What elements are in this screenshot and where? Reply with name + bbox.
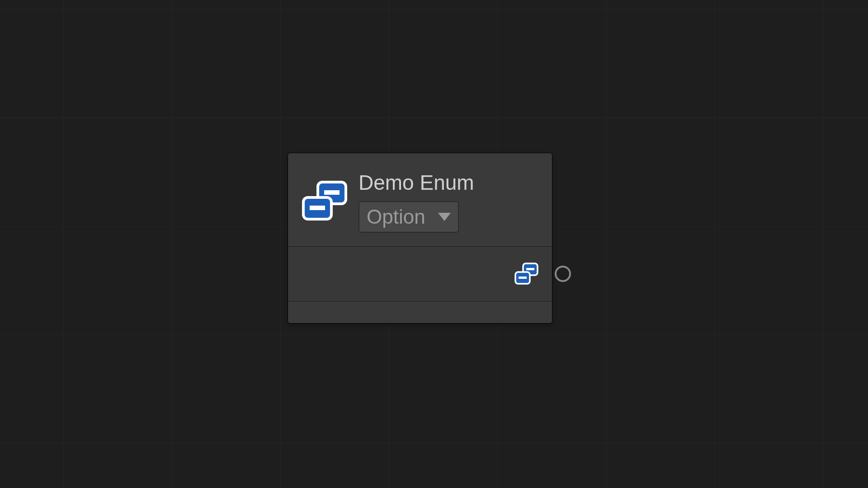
node-title: Demo Enum <box>359 170 474 195</box>
svg-rect-5 <box>526 268 534 270</box>
enum-dropdown[interactable]: Option <box>359 201 459 233</box>
node-footer <box>288 301 552 323</box>
output-port[interactable] <box>555 266 571 282</box>
dropdown-selected-label: Option <box>367 206 425 228</box>
enum-node[interactable]: Demo Enum Option <box>288 153 552 324</box>
node-header: Demo Enum Option <box>288 153 552 246</box>
enum-icon <box>301 179 350 224</box>
enum-icon <box>514 262 539 286</box>
node-title-section: Demo Enum Option <box>359 170 474 233</box>
node-output-row <box>288 246 552 301</box>
svg-rect-7 <box>519 277 527 279</box>
chevron-down-icon <box>438 213 451 221</box>
svg-rect-3 <box>310 206 325 210</box>
svg-rect-1 <box>324 190 340 195</box>
